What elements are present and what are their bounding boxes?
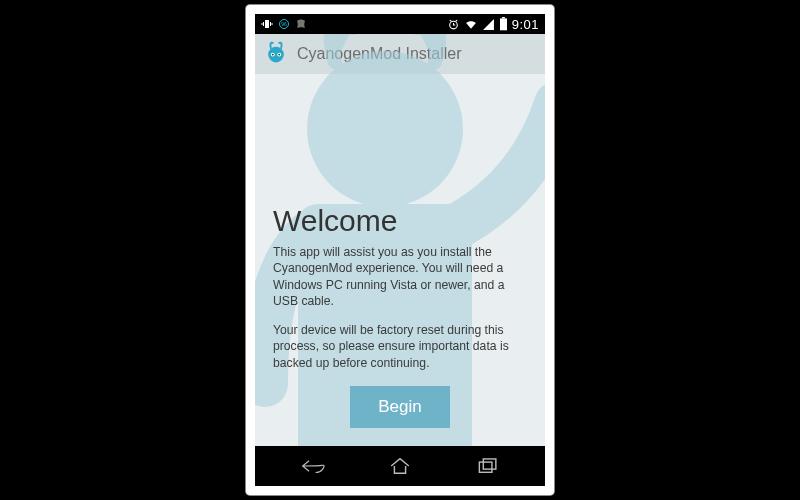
app-header: CyanogenMod Installer xyxy=(255,34,545,75)
welcome-text-block: Welcome This app will assist you as you … xyxy=(273,204,527,383)
svg-rect-4 xyxy=(502,17,505,18)
svg-rect-3 xyxy=(500,18,507,30)
intro-paragraph-1: This app will assist you as you install … xyxy=(273,244,527,310)
processor-icon xyxy=(295,18,307,30)
svg-rect-17 xyxy=(479,462,492,472)
recent-apps-button[interactable] xyxy=(458,452,518,480)
status-bar: 96 xyxy=(255,14,545,34)
app-logo-icon xyxy=(263,39,289,69)
begin-button[interactable]: Begin xyxy=(350,386,450,428)
nav-bar xyxy=(255,446,545,486)
badge-icon: 96 xyxy=(278,18,290,30)
phone-screen: 96 xyxy=(255,14,545,486)
alarm-icon xyxy=(447,18,460,31)
page-title: Welcome xyxy=(273,204,527,238)
battery-icon xyxy=(499,17,508,31)
svg-point-13 xyxy=(348,123,366,141)
svg-text:96: 96 xyxy=(281,21,287,27)
wifi-icon xyxy=(464,18,478,31)
svg-point-9 xyxy=(278,54,280,56)
back-button[interactable] xyxy=(283,452,343,480)
vibrate-icon xyxy=(261,18,273,30)
intro-paragraph-2: Your device will be factory reset during… xyxy=(273,322,527,371)
svg-point-10 xyxy=(307,51,463,207)
signal-icon xyxy=(482,18,495,31)
content-area: Welcome This app will assist you as you … xyxy=(255,74,545,446)
status-bar-left: 96 xyxy=(261,18,307,30)
svg-rect-18 xyxy=(483,459,496,469)
stage: 96 xyxy=(0,0,800,500)
svg-point-12 xyxy=(391,108,435,152)
svg-point-11 xyxy=(335,108,379,152)
phone-frame: 96 xyxy=(246,5,554,495)
svg-point-14 xyxy=(404,123,422,141)
status-clock: 9:01 xyxy=(512,17,539,32)
home-button[interactable] xyxy=(370,452,430,480)
svg-point-8 xyxy=(272,54,274,56)
app-title: CyanogenMod Installer xyxy=(297,45,462,63)
status-bar-right: 9:01 xyxy=(447,17,539,32)
svg-point-5 xyxy=(268,47,284,63)
